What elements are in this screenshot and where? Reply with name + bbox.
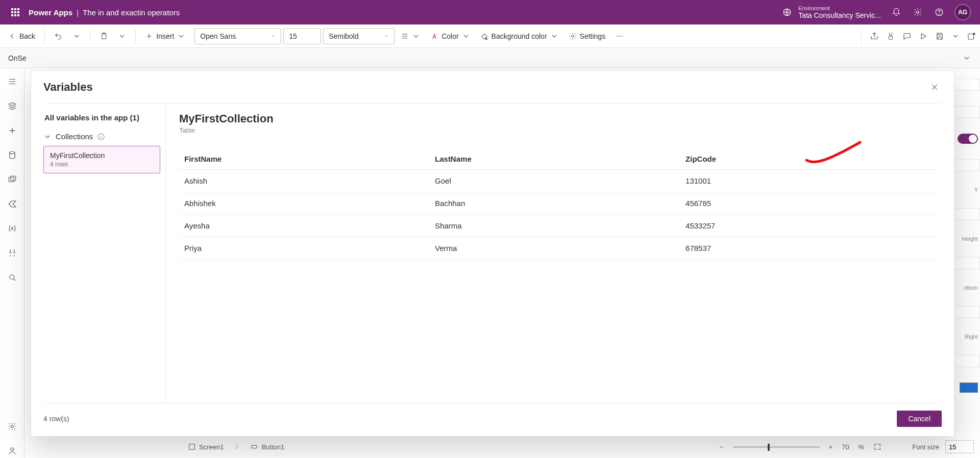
svg-point-9 [622,35,623,36]
paste-dropdown[interactable] [114,30,130,43]
table-row: Abhishek Bachhan 456785 [179,192,939,215]
prop-stub[interactable] [955,355,980,367]
divider [135,29,136,43]
media-button[interactable] [5,172,19,187]
data-button[interactable] [5,148,19,162]
collections-group-toggle[interactable]: Collections [43,132,160,141]
svg-point-13 [9,151,15,154]
undo-button[interactable] [50,30,66,43]
undo-dropdown[interactable] [68,30,85,43]
prop-stub[interactable] [955,306,980,318]
table-row: Priya Verma 678537 [179,237,939,260]
notifications-button[interactable] [890,6,902,18]
svg-point-18 [11,448,14,451]
property-selector[interactable]: OnSe [5,52,30,64]
zoom-value: 70 [842,443,849,451]
add-button[interactable] [5,123,19,138]
prop-label-height: Height [962,236,980,242]
prop-stub[interactable] [955,208,980,220]
variables-button[interactable] [5,221,19,236]
comments-button[interactable] [902,32,912,41]
cell-lastname: Goel [430,170,680,192]
preview-button[interactable] [919,32,928,41]
environment-text: Environment Tata Consultancy Servic... [798,5,881,20]
svg-point-17 [11,425,13,428]
col-header-zipcode: ZipCode [680,148,939,170]
footer-rowcount: 4 row(s) [43,415,69,423]
insert-button[interactable]: Insert [141,30,189,43]
cell-firstname: Priya [179,237,430,260]
app-launcher-button[interactable] [5,8,26,16]
settings-gear-button[interactable] [912,6,924,18]
svg-point-3 [939,14,940,14]
font-color-button[interactable]: Color [426,30,474,43]
tree-view-button[interactable] [5,74,19,89]
font-size-input[interactable]: 15 [283,28,321,44]
table-header-row: FirstName LastName ZipCode [179,148,939,170]
cell-zipcode: 456785 [680,192,939,215]
share-button[interactable] [870,32,879,41]
align-button[interactable] [397,30,424,43]
cancel-button[interactable]: Cancel [897,411,942,427]
prop-stub[interactable] [955,106,980,118]
close-button[interactable] [927,80,942,94]
back-button[interactable]: Back [4,30,39,43]
work-zone: Y Height ottom Right Screen1 Button1 − +… [0,68,980,458]
save-dropdown[interactable] [951,32,960,40]
quick-property-input[interactable] [945,440,974,453]
collections-group-label: Collections [56,132,93,141]
prop-stub[interactable] [955,257,980,269]
cell-zipcode: 131001 [680,170,939,192]
globe-icon [781,6,793,18]
svg-point-7 [617,35,618,36]
title-separator: | [77,8,79,17]
collection-card-selected[interactable]: MyFirstCollection 4 rows [43,146,160,173]
color-swatch[interactable] [960,383,978,393]
col-header-lastname: LastName [430,148,680,170]
environment-picker[interactable]: Environment Tata Consultancy Servic... [781,5,881,20]
virtual-agent-button[interactable] [5,444,19,458]
environment-name: Tata Consultancy Servic... [798,11,881,19]
font-weight-select[interactable]: Semibold [323,28,395,44]
search-button[interactable] [5,270,19,285]
save-button[interactable] [935,32,944,41]
prop-stub[interactable] [955,79,980,91]
help-button[interactable] [933,6,945,18]
breadcrumb-control[interactable]: Button1 [246,441,288,453]
advanced-tools-button[interactable] [5,246,19,260]
chevron-down-icon [43,133,52,141]
formula-bar: OnSe [0,48,980,68]
rail-settings-button[interactable] [5,419,19,434]
fit-to-window-button[interactable] [873,443,881,451]
detail-type: Table [179,126,939,134]
editor-settings-label: Settings [580,32,606,40]
variables-dialog: Variables All variables in the app (1) C… [31,70,954,437]
prop-stub[interactable] [955,159,980,171]
collection-table: FirstName LastName ZipCode Ashish Goel 1… [179,148,939,260]
more-button[interactable] [611,30,628,43]
zoom-out-button[interactable]: − [720,443,724,451]
power-automate-button[interactable] [5,197,19,211]
app-checker-button[interactable] [886,32,895,41]
publish-button[interactable] [967,32,976,41]
font-family-select[interactable]: Open Sans [194,28,281,44]
background-color-button[interactable]: Background color [476,30,562,43]
expand-formula-button[interactable] [959,50,975,66]
detail-title: MyFirstCollection [179,112,939,125]
svg-rect-15 [11,176,16,181]
variable-detail: MyFirstCollection Table FirstName LastNa… [166,104,942,403]
insert-pane-button[interactable] [5,99,19,113]
toggle-control[interactable] [958,134,978,144]
breadcrumb-screen-label: Screen1 [199,443,224,451]
paste-button[interactable] [95,30,112,43]
bg-color-label: Background color [492,32,547,40]
table-row: Ayesha Sharma 4533257 [179,215,939,237]
user-avatar[interactable]: AG [954,4,971,20]
font-size-value: 15 [289,32,297,40]
zoom-in-button[interactable]: + [829,443,833,451]
breadcrumb-screen[interactable]: Screen1 [184,441,228,453]
page-title: The in and exactin operators [83,8,180,17]
svg-point-8 [619,35,620,36]
zoom-slider[interactable] [733,446,820,448]
editor-settings-button[interactable]: Settings [565,30,610,43]
